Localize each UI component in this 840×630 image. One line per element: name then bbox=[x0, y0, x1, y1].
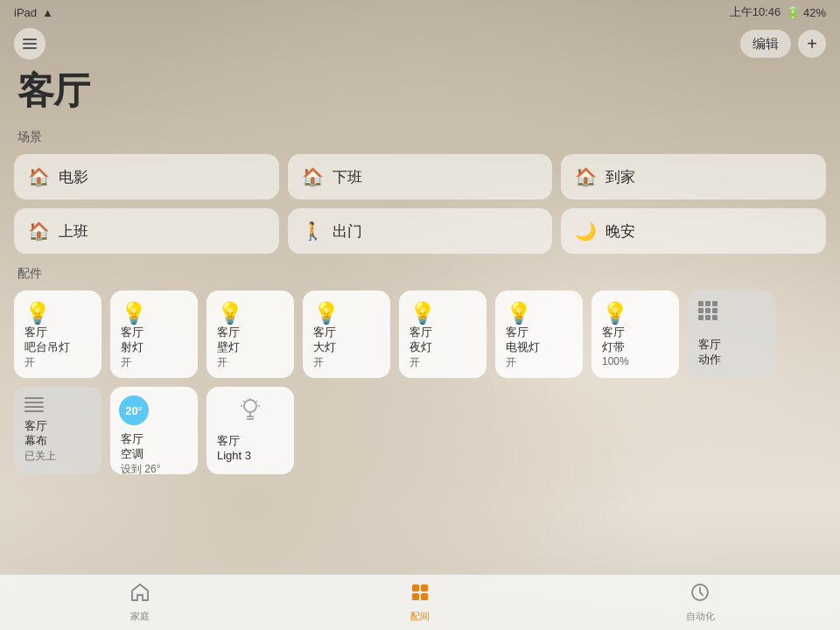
svg-rect-9 bbox=[412, 584, 419, 592]
wall-light-bulb-icon: 💡 bbox=[217, 301, 284, 326]
top-bar: 编辑 + bbox=[0, 24, 840, 66]
action-name-line1: 客厅 bbox=[698, 338, 765, 353]
wall-light-status: 开 bbox=[217, 355, 284, 370]
menu-button[interactable] bbox=[14, 28, 46, 60]
big-light-name-line2: 大灯 bbox=[313, 340, 380, 355]
tv-light-name-line2: 电视灯 bbox=[506, 340, 572, 355]
scene-movie-icon: 🏠 bbox=[28, 166, 50, 187]
accessory-action[interactable]: 客厅 动作 bbox=[688, 290, 775, 378]
main-content: 场景 🏠 电影 🏠 下班 🏠 到家 🏠 上班 🚶 出门 bbox=[0, 130, 840, 574]
tab-automation-label: 自动化 bbox=[686, 610, 715, 623]
accessory-tv-light[interactable]: 💡 客厅 电视灯 开 bbox=[495, 290, 583, 378]
scene-offwork[interactable]: 🏠 下班 bbox=[288, 154, 553, 200]
night-light-bulb-icon: 💡 bbox=[410, 301, 476, 326]
tab-automation[interactable]: 自动化 bbox=[665, 582, 735, 623]
tab-rooms[interactable]: 配间 bbox=[385, 582, 455, 623]
light-strip-name-line2: 灯带 bbox=[602, 340, 668, 355]
edit-button[interactable]: 编辑 bbox=[740, 30, 791, 58]
tv-light-status: 开 bbox=[506, 355, 572, 370]
accessory-light3[interactable]: 客厅 Light 3 bbox=[206, 387, 294, 474]
svg-line-5 bbox=[256, 401, 258, 402]
light3-name-line2: Light 3 bbox=[217, 449, 284, 464]
accessory-chandelier[interactable]: 💡 客厅 吧台吊灯 开 bbox=[14, 290, 102, 378]
scene-work-label: 上班 bbox=[59, 221, 88, 242]
big-light-name-line1: 客厅 bbox=[313, 326, 380, 340]
spotlight-name-line1: 客厅 bbox=[121, 326, 187, 340]
big-light-status: 开 bbox=[313, 355, 380, 370]
battery-status: 🔋 42% bbox=[786, 6, 826, 19]
light3-icon bbox=[217, 397, 284, 422]
scene-leave[interactable]: 🚶 出门 bbox=[288, 208, 553, 254]
curtain-name-line1: 客厅 bbox=[24, 419, 91, 434]
scene-home-label: 到家 bbox=[606, 167, 635, 187]
scene-offwork-icon: 🏠 bbox=[302, 166, 324, 187]
svg-rect-11 bbox=[412, 593, 419, 600]
scene-work-icon: 🏠 bbox=[28, 220, 50, 242]
night-light-name-line1: 客厅 bbox=[410, 326, 476, 340]
curtain-icon bbox=[24, 397, 91, 412]
curtain-status: 已关上 bbox=[24, 449, 91, 464]
svg-rect-12 bbox=[421, 593, 428, 600]
scene-home-icon: 🏠 bbox=[575, 166, 597, 187]
tv-light-name-line1: 客厅 bbox=[506, 326, 572, 340]
chandelier-status: 开 bbox=[24, 355, 91, 370]
tab-home-label: 家庭 bbox=[130, 610, 150, 623]
svg-rect-10 bbox=[421, 584, 428, 592]
spotlight-status: 开 bbox=[121, 355, 187, 370]
ac-status: 设到 26° bbox=[121, 462, 187, 477]
accessory-light-strip[interactable]: 💡 客厅 灯带 100% bbox=[592, 290, 679, 378]
accessory-big-light[interactable]: 💡 客厅 大灯 开 bbox=[303, 290, 390, 378]
tab-home-icon bbox=[130, 582, 150, 608]
action-grid-icon bbox=[698, 301, 765, 320]
accessory-curtain[interactable]: 客厅 幕布 已关上 bbox=[14, 387, 102, 474]
accessory-grid: 💡 客厅 吧台吊灯 开 💡 客厅 射灯 开 bbox=[14, 290, 826, 474]
scene-movie[interactable]: 🏠 电影 bbox=[14, 154, 279, 200]
page-title: 客厅 bbox=[0, 66, 840, 130]
light3-name-line1: 客厅 bbox=[217, 434, 284, 449]
status-time: 上午10:46 bbox=[730, 4, 781, 20]
chandelier-name-line1: 客厅 bbox=[24, 326, 91, 340]
scenes-section-label: 场景 bbox=[18, 130, 826, 145]
spotlight-bulb-icon: 💡 bbox=[121, 301, 187, 326]
scene-home[interactable]: 🏠 到家 bbox=[561, 154, 826, 200]
scene-work[interactable]: 🏠 上班 bbox=[14, 208, 279, 254]
light-strip-name-line1: 客厅 bbox=[602, 326, 668, 340]
accessories-section: 配件 💡 客厅 吧台吊灯 开 💡 客厅 射灯 bbox=[14, 266, 826, 474]
big-light-bulb-icon: 💡 bbox=[313, 301, 380, 326]
bulb-on-icon: 💡 bbox=[24, 301, 91, 326]
accessory-wall-light[interactable]: 💡 客厅 壁灯 开 bbox=[206, 290, 294, 378]
tab-rooms-icon bbox=[410, 582, 430, 608]
device-label: iPad bbox=[14, 6, 37, 19]
accessories-section-label: 配件 bbox=[18, 266, 826, 282]
ac-name-line2: 空调 bbox=[121, 447, 187, 462]
action-name-line2: 动作 bbox=[698, 353, 765, 368]
scene-night[interactable]: 🌙 晚安 bbox=[561, 208, 826, 254]
tab-automation-icon bbox=[690, 582, 710, 608]
accessory-spotlight[interactable]: 💡 客厅 射灯 开 bbox=[110, 290, 198, 378]
scene-offwork-label: 下班 bbox=[332, 167, 362, 187]
status-bar: iPad ▲ 上午10:46 🔋 42% bbox=[0, 0, 840, 24]
accessory-ac[interactable]: 20° 客厅 空调 设到 26° bbox=[110, 387, 198, 474]
tab-home[interactable]: 家庭 bbox=[105, 582, 175, 623]
scene-night-icon: 🌙 bbox=[575, 220, 597, 242]
night-light-name-line2: 夜灯 bbox=[410, 340, 476, 355]
chandelier-name-line2: 吧台吊灯 bbox=[24, 340, 91, 355]
wifi-icon: ▲ bbox=[42, 6, 53, 19]
ac-temp-badge: 20° bbox=[119, 396, 149, 425]
tv-light-bulb-icon: 💡 bbox=[506, 301, 572, 326]
wall-light-name-line2: 壁灯 bbox=[217, 340, 284, 355]
light-strip-status: 100% bbox=[602, 355, 668, 368]
hamburger-icon bbox=[23, 38, 37, 49]
tab-bar: 家庭 配间 自动化 bbox=[0, 574, 840, 630]
add-button[interactable]: + bbox=[798, 30, 826, 58]
scene-movie-label: 电影 bbox=[59, 167, 88, 187]
wall-light-name-line1: 客厅 bbox=[217, 326, 284, 340]
accessory-night-light[interactable]: 💡 客厅 夜灯 开 bbox=[399, 290, 486, 378]
scene-night-label: 晚安 bbox=[606, 221, 635, 242]
scene-leave-icon: 🚶 bbox=[302, 220, 324, 242]
curtain-name-line2: 幕布 bbox=[24, 434, 91, 449]
ac-name-line1: 客厅 bbox=[121, 432, 187, 447]
scene-leave-label: 出门 bbox=[332, 221, 362, 242]
light-strip-bulb-icon: 💡 bbox=[602, 301, 668, 326]
spotlight-name-line2: 射灯 bbox=[121, 340, 187, 355]
